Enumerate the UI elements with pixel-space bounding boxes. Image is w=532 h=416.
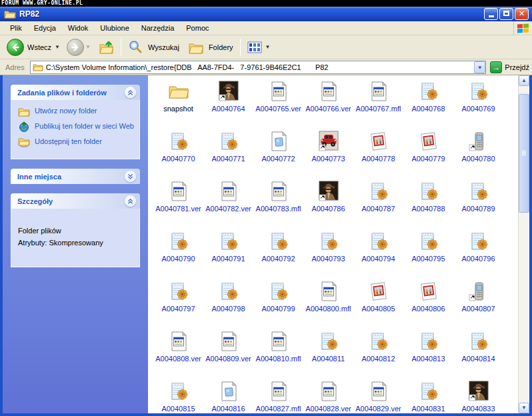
file-label: A0040796 — [461, 255, 495, 263]
file-item[interactable]: A0040780 — [453, 128, 503, 178]
file-item[interactable]: A0040800.mfl — [303, 278, 353, 328]
file-label: A0040795 — [411, 255, 445, 263]
file-item[interactable]: A0040806 — [403, 278, 453, 328]
menu-edycja[interactable]: Edycja — [28, 22, 62, 34]
file-item[interactable]: A0040768 — [403, 78, 453, 128]
back-dropdown-icon[interactable]: ▼ — [55, 44, 60, 50]
chevron-up-icon[interactable] — [125, 195, 136, 207]
scroll-track[interactable] — [519, 86, 529, 403]
file-label: A0040768 — [411, 105, 445, 113]
file-item[interactable]: A0040808.ver — [153, 328, 203, 378]
file-item[interactable]: A0040782.ver — [203, 178, 253, 228]
file-item[interactable]: A0040778 — [353, 128, 403, 178]
file-item[interactable]: A0040769 — [453, 78, 503, 128]
win-doc-icon — [268, 331, 289, 352]
menu-plik[interactable]: Plik — [4, 22, 28, 34]
maximize-button[interactable] — [499, 8, 513, 20]
file-item[interactable]: A0040765.ver — [253, 78, 303, 128]
file-item[interactable]: A0040816 — [203, 378, 253, 413]
file-label: A0040794 — [361, 255, 395, 263]
file-item[interactable]: A0040766.ver — [303, 78, 353, 128]
vertical-scrollbar[interactable]: ▲ ▼ — [518, 75, 529, 413]
chevron-down-icon[interactable] — [125, 171, 136, 182]
scroll-thumb[interactable] — [519, 94, 529, 213]
scroll-down-icon[interactable]: ▼ — [519, 403, 529, 413]
title-bar: RP82 ✕ — [0, 7, 532, 21]
task-create-folder[interactable]: Utwórz nowy folder — [18, 106, 134, 117]
views-dropdown-icon[interactable]: ▼ — [265, 44, 271, 50]
file-item[interactable]: A0040791 — [203, 228, 253, 278]
file-item[interactable]: A0040773 — [303, 128, 353, 178]
views-button[interactable]: ▼ — [243, 37, 275, 57]
file-item[interactable]: A0040831 — [403, 378, 453, 413]
file-item[interactable]: A0040788 — [403, 178, 453, 228]
file-item[interactable]: A0040815 — [153, 378, 203, 413]
file-item[interactable]: A0040799 — [253, 278, 303, 328]
back-button[interactable]: Wstecz ▼ — [4, 37, 64, 57]
file-item[interactable]: A0040772 — [253, 128, 303, 178]
address-dropdown-icon[interactable]: ▼ — [474, 61, 485, 73]
gear-doc-icon — [218, 131, 239, 152]
close-button[interactable]: ✕ — [515, 8, 529, 20]
site-banner: FORUM WWW.GRY-ONLINE.PL — [0, 0, 532, 7]
file-label: A0040810.mfl — [256, 355, 301, 363]
task-label: Udostępnij ten folder — [35, 137, 102, 146]
file-item[interactable]: A0040779 — [403, 128, 453, 178]
file-item[interactable]: A0040783.mfl — [253, 178, 303, 228]
chevron-up-icon[interactable] — [125, 87, 136, 98]
file-item[interactable]: A0040805 — [353, 278, 403, 328]
file-item[interactable]: A0040786 — [303, 178, 353, 228]
file-item[interactable]: A0040813 — [403, 328, 453, 378]
file-item[interactable]: A0040793 — [303, 228, 353, 278]
file-item[interactable]: A0040810.mfl — [253, 328, 303, 378]
menu-pomoc[interactable]: Pomoc — [180, 22, 215, 34]
file-label: A0040799 — [261, 305, 295, 313]
file-item[interactable]: A0040767.mfl — [353, 78, 403, 128]
folders-button[interactable]: Foldery — [184, 37, 238, 57]
file-item[interactable]: A0040771 — [203, 128, 253, 178]
file-item[interactable]: A0040812 — [353, 328, 403, 378]
menu-widok[interactable]: Widok — [62, 22, 95, 34]
file-item[interactable]: A0040787 — [353, 178, 403, 228]
menu-narzedzia[interactable]: Narzędzia — [135, 22, 181, 34]
file-item[interactable]: A0040789 — [453, 178, 503, 228]
file-item[interactable]: snapshot — [153, 78, 203, 128]
file-item[interactable]: A0040827.mfl — [253, 378, 303, 413]
file-item[interactable]: A0040809.ver — [203, 328, 253, 378]
search-button[interactable]: Wyszukaj — [123, 37, 184, 57]
file-item[interactable]: A0040796 — [453, 228, 503, 278]
file-item[interactable]: A0040797 — [153, 278, 203, 328]
file-item[interactable]: A0040795 — [403, 228, 453, 278]
file-item[interactable]: A0040790 — [153, 228, 203, 278]
go-label: Przejdź — [505, 63, 529, 71]
minimize-button[interactable] — [484, 8, 498, 20]
file-item[interactable]: A0040811 — [303, 328, 353, 378]
menu-ulubione[interactable]: Ulubione — [94, 22, 135, 34]
file-item[interactable]: A0040833 — [453, 378, 503, 413]
details-header[interactable]: Szczegóły — [11, 193, 140, 209]
file-item[interactable]: A0040798 — [203, 278, 253, 328]
file-label: snapshot — [163, 105, 193, 113]
file-label: A0040790 — [161, 255, 195, 263]
file-item[interactable]: A0040807 — [453, 278, 503, 328]
task-share-folder[interactable]: Udostępnij ten folder — [18, 137, 134, 147]
file-label: A0040770 — [161, 155, 195, 163]
file-item[interactable]: A0040770 — [153, 128, 203, 178]
file-item[interactable]: A0040829.ver — [353, 378, 403, 413]
go-button[interactable]: → Przejdź — [490, 61, 529, 73]
task-publish-web[interactable]: Publikuj ten folder w sieci Web — [18, 121, 134, 132]
file-item[interactable]: A0040814 — [453, 328, 503, 378]
file-tasks-header[interactable]: Zadania plików i folderów — [11, 85, 140, 100]
file-item[interactable]: A0040828.ver — [303, 378, 353, 413]
forward-dropdown-icon[interactable]: ▼ — [85, 44, 91, 50]
address-input[interactable]: C:\System Volume Information\_restore{DD… — [30, 61, 487, 74]
file-item[interactable]: A0040764 — [203, 78, 253, 128]
file-item[interactable]: A0040792 — [253, 228, 303, 278]
other-places-header[interactable]: Inne miejsca — [11, 169, 140, 184]
file-label: A0040829.ver — [355, 405, 401, 413]
forward-button[interactable]: ▼ — [64, 37, 95, 57]
up-button[interactable] — [95, 37, 119, 57]
file-item[interactable]: A0040794 — [353, 228, 403, 278]
file-item[interactable]: A0040781.ver — [153, 178, 203, 228]
scroll-up-icon[interactable]: ▲ — [519, 75, 529, 86]
